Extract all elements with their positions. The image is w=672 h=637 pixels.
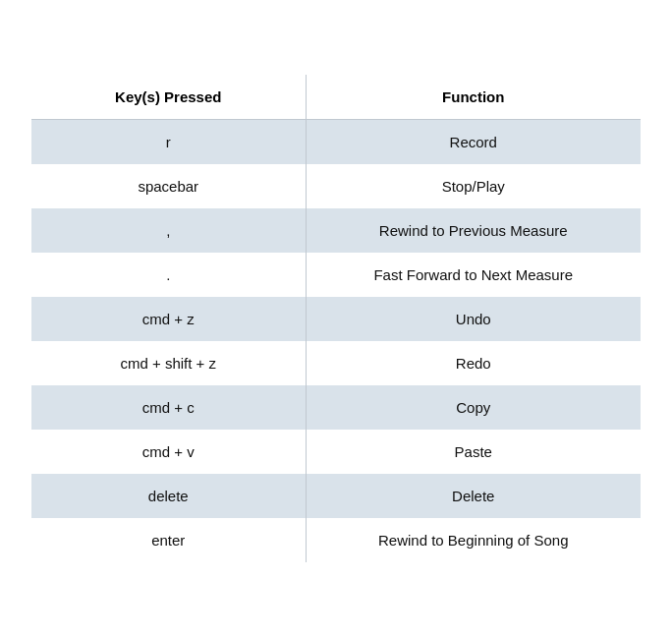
cell-keys: spacebar (31, 164, 306, 208)
cell-function: Delete (306, 474, 641, 518)
cell-function: Undo (306, 297, 641, 341)
cell-keys: delete (31, 474, 306, 518)
cell-keys: cmd + c (31, 385, 306, 430)
table-row: deleteDelete (31, 474, 641, 518)
table-row: cmd + cCopy (31, 385, 641, 430)
cell-function: Rewind to Beginning of Song (306, 518, 641, 562)
table-row: ,Rewind to Previous Measure (31, 208, 641, 253)
cell-function: Fast Forward to Next Measure (306, 253, 641, 297)
cell-function: Record (306, 120, 641, 165)
header-function: Function (306, 75, 641, 120)
cell-keys: , (31, 208, 306, 253)
table-row: cmd + vPaste (31, 430, 641, 474)
cell-function: Rewind to Previous Measure (306, 208, 641, 253)
cell-function: Paste (306, 430, 641, 474)
table-row: .Fast Forward to Next Measure (31, 253, 641, 297)
cell-keys: cmd + shift + z (31, 341, 306, 385)
cell-function: Stop/Play (306, 164, 641, 208)
cell-keys: cmd + z (31, 297, 306, 341)
table-row: enterRewind to Beginning of Song (31, 518, 641, 562)
header-keys: Key(s) Pressed (31, 75, 306, 120)
cell-keys: . (31, 253, 306, 297)
table-row: cmd + shift + zRedo (31, 341, 641, 385)
cell-keys: enter (31, 518, 306, 562)
table-header-row: Key(s) Pressed Function (31, 75, 641, 120)
table-row: spacebarStop/Play (31, 164, 641, 208)
cell-keys: r (31, 120, 306, 165)
cell-function: Redo (306, 341, 641, 385)
table-row: rRecord (31, 120, 641, 165)
table-row: cmd + zUndo (31, 297, 641, 341)
cell-function: Copy (306, 385, 641, 430)
keyboard-shortcuts-table: Key(s) Pressed Function rRecordspacebarS… (31, 75, 641, 562)
cell-keys: cmd + v (31, 430, 306, 474)
